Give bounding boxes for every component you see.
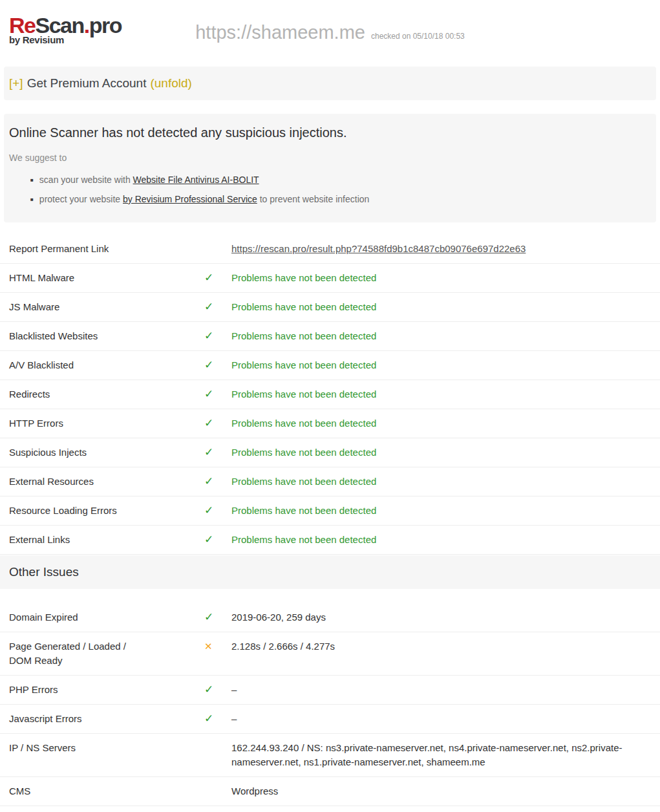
check-row: Resource Loading Errors✓Problems have no… — [0, 497, 660, 526]
check-status: Problems have not been detected — [231, 445, 651, 460]
icon-cell: ✓ — [204, 712, 231, 726]
other-issues-table: Domain Expired✓2019-06-20, 259 daysPage … — [0, 603, 660, 806]
suggestion-link[interactable]: Website File Antivirus AI-BOLIT — [133, 175, 259, 185]
check-icon: ✓ — [204, 683, 213, 696]
summary-title: Online Scanner has not detected any susp… — [9, 124, 647, 141]
check-row: Suspicious Injects✓Problems have not bee… — [0, 438, 660, 467]
check-label: Resource Loading Errors — [9, 504, 204, 518]
check-icon: ✓ — [204, 417, 213, 429]
check-icon: ✓ — [204, 330, 213, 342]
premium-account-toggle[interactable]: [+] Get Premium Account (unfold) — [4, 67, 656, 100]
check-icon: ✓ — [204, 533, 213, 546]
suggestion-item: ■scan your website with Website File Ant… — [30, 173, 647, 187]
check-icon: ✓ — [204, 272, 213, 284]
check-icon: ✓ — [204, 504, 213, 517]
check-icon: ✓ — [204, 712, 213, 725]
check-label: HTML Malware — [9, 271, 204, 285]
check-label: A/V Blacklisted — [9, 358, 204, 372]
suggestion-list: ■scan your website with Website File Ant… — [9, 173, 647, 206]
icon-cell: ✓ — [204, 358, 231, 372]
other-issue-row: Javascript Errors✓– — [0, 705, 660, 734]
icon-cell: ✕ — [204, 639, 231, 654]
issue-value: – — [231, 683, 651, 697]
other-issues-title: Other Issues — [9, 565, 79, 579]
check-status: Problems have not been detected — [231, 358, 651, 372]
icon-cell: ✓ — [204, 329, 231, 343]
icon-cell: ✓ — [204, 300, 231, 314]
issue-value: – — [231, 712, 651, 726]
cross-icon: ✕ — [204, 641, 213, 652]
check-status: Problems have not been detected — [231, 504, 651, 518]
issue-value: 162.244.93.240 / NS: ns3.private-nameser… — [231, 741, 651, 769]
check-icon: ✓ — [204, 611, 213, 623]
check-label: Redirects — [9, 387, 204, 401]
bullet-icon: ■ — [30, 177, 34, 183]
summary-subtitle: We suggest to — [9, 151, 647, 164]
icon-cell: ✓ — [204, 387, 231, 401]
report-permanent-link[interactable]: https://rescan.pro/result.php?74588fd9b1… — [231, 243, 526, 254]
suggestion-item: ■protect your website by Revisium Profes… — [30, 193, 647, 206]
bullet-icon: ■ — [30, 197, 34, 202]
check-label: Suspicious Injects — [9, 445, 204, 460]
check-row: A/V Blacklisted✓Problems have not been d… — [0, 351, 660, 380]
report-link-row: Report Permanent Link https://rescan.pro… — [0, 235, 660, 264]
check-row: JS Malware✓Problems have not been detect… — [0, 293, 660, 322]
check-row: HTTP Errors✓Problems have not been detec… — [0, 409, 660, 438]
unfold-hint: (unfold) — [150, 76, 191, 91]
rescan-report-page: ReScan.pro by Revisium https://shameem.m… — [0, 0, 660, 806]
check-label: External Links — [9, 533, 204, 547]
check-row: Redirects✓Problems have not been detecte… — [0, 380, 660, 409]
issue-label: IP / NS Servers — [9, 741, 204, 755]
check-status: Problems have not been detected — [231, 300, 651, 314]
other-issue-row: PHP Errors✓– — [0, 676, 660, 705]
scan-summary-box: Online Scanner has not detected any susp… — [4, 114, 656, 222]
suggestion-text-pre: scan your website with — [39, 175, 131, 185]
icon-cell: ✓ — [204, 271, 231, 285]
check-row: HTML Malware✓Problems have not been dete… — [0, 264, 660, 293]
unfold-plus-icon: [+] — [9, 76, 23, 91]
check-icon: ✓ — [204, 446, 213, 458]
check-status: Problems have not been detected — [231, 387, 651, 401]
checked-timestamp: checked on 05/10/18 00:53 — [371, 32, 465, 41]
check-status: Problems have not been detected — [231, 329, 651, 343]
header: ReScan.pro by Revisium https://shameem.m… — [0, 0, 660, 67]
icon-cell: ✓ — [204, 683, 231, 697]
check-label: Blacklisted Websites — [9, 329, 204, 343]
premium-bar-label: Get Premium Account — [27, 76, 147, 91]
suggestion-text-pre: protect your website — [39, 194, 120, 204]
suggestion-text-post: to prevent website infection — [260, 194, 370, 204]
check-status: Problems have not been detected — [231, 533, 651, 547]
check-icon: ✓ — [204, 475, 213, 487]
suggestion-link[interactable]: by Revisium Professional Service — [123, 194, 257, 204]
check-icon: ✓ — [204, 359, 213, 371]
issue-label: Page Generated / Loaded / DOM Ready — [9, 639, 204, 668]
check-status: Problems have not been detected — [231, 271, 651, 285]
check-icon: ✓ — [204, 388, 213, 400]
issue-value: 2.128s / 2.666s / 4.277s — [231, 639, 651, 654]
check-row: Blacklisted Websites✓Problems have not b… — [0, 322, 660, 351]
icon-cell: ✓ — [204, 416, 231, 431]
other-issues-header: Other Issues — [0, 555, 660, 589]
icon-cell: ✓ — [204, 533, 231, 547]
scan-results-table: Report Permanent Link https://rescan.pro… — [0, 235, 660, 555]
check-row: External Resources✓Problems have not bee… — [0, 467, 660, 497]
check-icon: ✓ — [204, 301, 213, 313]
check-label: JS Malware — [9, 300, 204, 314]
check-status: Problems have not been detected — [231, 475, 651, 489]
header-center: https://shameem.mechecked on 05/10/18 00… — [0, 22, 660, 43]
issue-label: Domain Expired — [9, 610, 204, 625]
issue-label: CMS — [9, 784, 204, 798]
icon-cell: ✓ — [204, 475, 231, 489]
check-row: External Links✓Problems have not been de… — [0, 526, 660, 555]
issue-value: 2019-06-20, 259 days — [231, 610, 651, 625]
check-label: HTTP Errors — [9, 416, 204, 431]
check-status: Problems have not been detected — [231, 416, 651, 431]
issue-label: Javascript Errors — [9, 712, 204, 726]
report-link-label: Report Permanent Link — [9, 242, 204, 256]
icon-cell: ✓ — [204, 504, 231, 518]
icon-cell: ✓ — [204, 445, 231, 460]
issue-value: Wordpress — [231, 784, 651, 798]
other-issue-row: IP / NS Servers162.244.93.240 / NS: ns3.… — [0, 734, 660, 777]
check-label: External Resources — [9, 475, 204, 489]
issue-label: PHP Errors — [9, 683, 204, 697]
